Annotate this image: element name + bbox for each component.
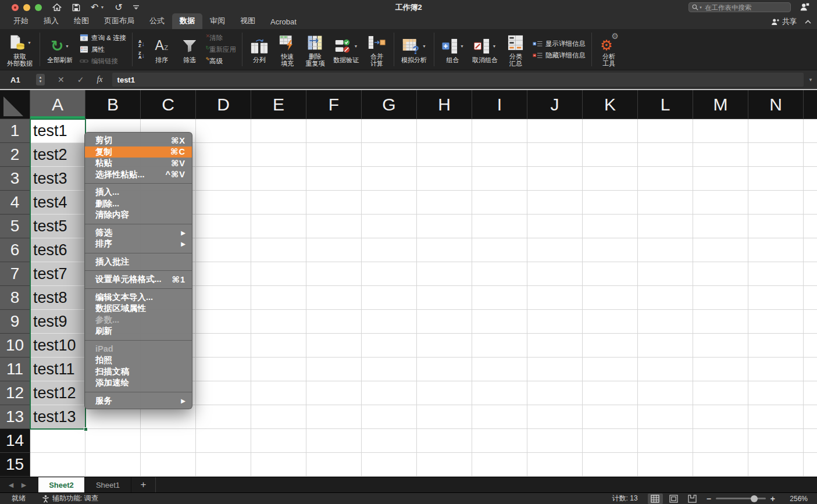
row-header-3[interactable]: 3 [0,167,30,191]
column-header-G[interactable]: G [362,90,417,119]
cell-F2[interactable] [306,143,362,167]
cell-N6[interactable] [748,238,804,262]
row-header-7[interactable]: 7 [0,262,30,286]
cell-I7[interactable] [472,262,527,286]
row-header-13[interactable]: 13 [0,405,30,429]
advanced-filter-button[interactable]: ✎高级 [206,56,236,66]
subtotal-button[interactable]: 分类 汇总 [503,31,529,69]
refresh-all-button[interactable]: ↻▼全部刷新 [44,34,76,65]
cell-partial[interactable] [804,381,817,405]
cell-D1[interactable] [196,119,251,143]
column-header-I[interactable]: I [472,90,527,119]
cell-partial[interactable] [804,286,817,310]
cell-H4[interactable] [417,191,472,215]
cell-M9[interactable] [693,310,748,334]
cell-D6[interactable] [196,238,251,262]
cell-G14[interactable] [362,429,417,453]
cell-L14[interactable] [638,429,693,453]
cell-I10[interactable] [472,334,527,358]
menu-item-添加速绘[interactable]: 添加速绘 [85,377,192,389]
cell-N8[interactable] [748,286,804,310]
cell-F11[interactable] [306,358,362,381]
add-sheet-button[interactable]: + [131,477,156,492]
normal-view-button[interactable] [648,494,663,504]
cell-F12[interactable] [306,381,362,405]
cell-A2[interactable]: test2 [30,143,85,167]
cell-L12[interactable] [638,381,693,405]
cell-F9[interactable] [306,310,362,334]
cell-E9[interactable] [251,310,306,334]
cell-K14[interactable] [583,429,638,453]
name-box-stepper[interactable]: ▲▼ [36,74,45,85]
cell-E14[interactable] [251,429,306,453]
menu-item-插入[interactable]: 插入... [85,187,192,198]
undo-button[interactable]: ↶▼ [91,0,104,15]
group-button[interactable]: ▼组合 [438,34,467,65]
cell-H12[interactable] [417,381,472,405]
cell-I15[interactable] [472,453,527,477]
sheet-nav-right-icon[interactable]: ▶ [17,477,30,492]
cell-E11[interactable] [251,358,306,381]
cell-N3[interactable] [748,167,804,191]
cell-E4[interactable] [251,191,306,215]
cell-H13[interactable] [417,405,472,429]
cell-H2[interactable] [417,143,472,167]
zoom-window-button[interactable] [35,4,42,11]
cell-L10[interactable] [638,334,693,358]
name-box[interactable]: A1 [0,76,36,84]
cell-A9[interactable]: test9 [30,310,85,334]
cell-N12[interactable] [748,381,804,405]
cell-partial[interactable] [804,405,817,429]
sheet-tab-Sheet2[interactable]: Sheet2 [38,477,85,492]
cell-M7[interactable] [693,262,748,286]
cell-I5[interactable] [472,215,527,238]
cell-G6[interactable] [362,238,417,262]
column-header-M[interactable]: M [693,90,748,119]
cell-E15[interactable] [251,453,306,477]
column-header-H[interactable]: H [417,90,472,119]
sort-ascending-button[interactable]: AZ↓ [138,39,145,49]
select-all-corner[interactable] [0,90,30,119]
row-header-6[interactable]: 6 [0,238,30,262]
cell-E8[interactable] [251,286,306,310]
cell-L2[interactable] [638,143,693,167]
cell-partial[interactable] [804,453,817,477]
cell-I8[interactable] [472,286,527,310]
cell-E5[interactable] [251,215,306,238]
row-header-14[interactable]: 14 [0,429,30,453]
formula-input[interactable]: test1 [112,73,804,87]
zoom-slider[interactable] [716,498,766,499]
menu-item-清除内容[interactable]: 清除内容 [85,209,192,221]
cell-A8[interactable]: test8 [30,286,85,310]
cell-I2[interactable] [472,143,527,167]
cell-H3[interactable] [417,167,472,191]
cell-E2[interactable] [251,143,306,167]
cell-D3[interactable] [196,167,251,191]
cell-D11[interactable] [196,358,251,381]
ribbon-tab-绘图[interactable]: 绘图 [66,13,97,29]
cell-L5[interactable] [638,215,693,238]
cell-partial[interactable] [804,238,817,262]
customize-toolbar-icon[interactable] [133,5,139,10]
sheet-nav-left-icon[interactable]: ◀ [5,477,17,492]
cell-J1[interactable] [527,119,583,143]
cell-K3[interactable] [583,167,638,191]
cell-K12[interactable] [583,381,638,405]
cell-D13[interactable] [196,405,251,429]
cell-K15[interactable] [583,453,638,477]
cell-J9[interactable] [527,310,583,334]
column-header-E[interactable]: E [251,90,306,119]
cell-H14[interactable] [417,429,472,453]
cell-L3[interactable] [638,167,693,191]
cell-I9[interactable] [472,310,527,334]
menu-item-粘贴[interactable]: 粘贴⌘V [85,158,192,169]
cell-E6[interactable] [251,238,306,262]
cell-L13[interactable] [638,405,693,429]
cell-M11[interactable] [693,358,748,381]
cell-G13[interactable] [362,405,417,429]
account-person-icon[interactable] [800,2,810,12]
zoom-in-button[interactable]: + [770,494,775,503]
cell-partial[interactable] [804,215,817,238]
zoom-level[interactable]: 256% [780,495,808,503]
dropdown-chevron-icon[interactable]: ▼ [354,44,358,48]
